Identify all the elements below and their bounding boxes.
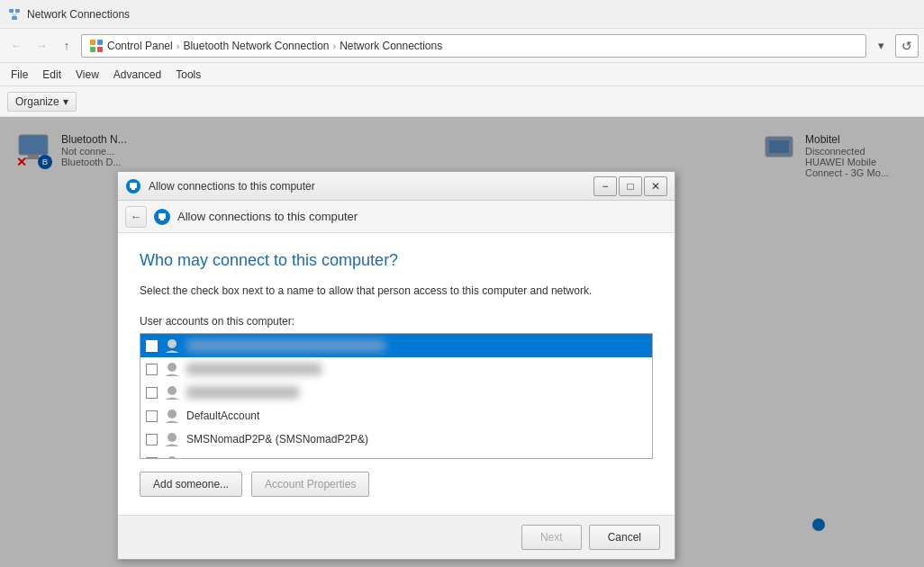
add-someone-button[interactable]: Add someone... (140, 472, 242, 497)
address-bar: ← → ↑ Control Panel › Bluetooth Network … (0, 29, 924, 63)
svg-point-25 (168, 456, 177, 459)
breadcrumb-network-internet[interactable]: Bluetooth Network Connection (183, 40, 329, 52)
svg-rect-0 (9, 9, 14, 13)
dialog-description: Select the check box next to a name to a… (140, 283, 653, 299)
user-checkbox-1[interactable] (146, 340, 158, 352)
control-panel-icon (89, 39, 104, 53)
next-button[interactable]: Next (521, 525, 582, 550)
user-list[interactable]: ██████████████████████████ ##p████_____█… (140, 333, 653, 459)
user-avatar-6 (163, 454, 181, 459)
svg-point-24 (168, 433, 177, 442)
window-title: Network Connections (27, 8, 130, 21)
breadcrumb-network-connections[interactable]: Network Connections (340, 40, 442, 52)
user-checkbox-5[interactable] (146, 434, 158, 446)
user-accounts-label: User accounts on this computer: (140, 315, 653, 328)
network-wizard-icon (153, 208, 171, 226)
user-avatar-5 (163, 430, 181, 448)
svg-point-20 (168, 339, 177, 348)
user-item-3[interactable]: ████████…xp……r) (140, 381, 652, 404)
svg-rect-1 (15, 9, 20, 13)
svg-rect-16 (131, 188, 135, 190)
svg-rect-5 (90, 40, 95, 45)
dialog-nav-icon (152, 207, 172, 227)
menu-view[interactable]: View (68, 67, 106, 83)
dialog-controls: − □ ✕ (593, 176, 667, 196)
cancel-button[interactable]: Cancel (589, 525, 660, 550)
svg-point-23 (168, 410, 177, 418)
svg-rect-8 (97, 47, 103, 52)
account-properties-button[interactable]: Account Properties (251, 472, 369, 497)
address-box[interactable]: Control Panel › Bluetooth Network Connec… (81, 34, 866, 58)
menu-advanced[interactable]: Advanced (106, 67, 168, 83)
dialog-back-button[interactable]: ← (125, 206, 147, 228)
user-checkbox-6[interactable] (146, 457, 158, 460)
user-item-4[interactable]: DefaultAccount (140, 404, 652, 428)
user-checkbox-3[interactable] (146, 387, 158, 399)
dialog-minimize-button[interactable]: − (593, 176, 617, 196)
dialog-footer: Next Cancel (118, 515, 675, 559)
content-area: ✕ B Bluetooth N... Not conne... Bluetoot… (0, 117, 924, 567)
dialog-title-text: Allow connections to this computer (149, 180, 315, 193)
svg-point-22 (168, 386, 177, 395)
user-checkbox-4[interactable] (146, 410, 158, 422)
address-dropdown-button[interactable]: ▾ (870, 35, 892, 57)
user-name-6: WDAGUtilityAccount (186, 456, 285, 459)
user-avatar-1 (163, 337, 181, 355)
dialog-nav: ← Allow connections to this computer (118, 201, 675, 233)
user-avatar-3 (163, 383, 181, 401)
user-item-6[interactable]: WDAGUtilityAccount (140, 451, 652, 459)
svg-rect-15 (130, 183, 137, 188)
breadcrumb-control-panel[interactable]: Control Panel (107, 40, 173, 52)
dialog-nav-title: Allow connections to this computer (177, 210, 358, 223)
svg-line-4 (14, 13, 18, 16)
forward-button[interactable]: → (31, 35, 52, 57)
user-name-3: ████████…xp……r) (186, 386, 299, 399)
network-connections-icon (7, 7, 22, 22)
user-avatar-4 (163, 407, 181, 425)
svg-rect-2 (12, 16, 17, 20)
user-item-1[interactable]: ██████████████████████████ (140, 334, 652, 357)
user-item-5[interactable]: SMSNomadP2P& (SMSNomadP2P&) (140, 428, 652, 451)
modal-overlay: Allow connections to this computer − □ ✕… (0, 117, 924, 567)
svg-rect-18 (159, 213, 166, 219)
menu-bar: File Edit View Advanced Tools (0, 63, 924, 86)
breadcrumb-sep-1: › (177, 40, 180, 51)
svg-point-21 (168, 363, 177, 372)
svg-line-3 (12, 13, 15, 16)
menu-file[interactable]: File (4, 67, 35, 83)
organize-label: Organize (15, 95, 59, 108)
dialog-content: Who may connect to this computer? Select… (118, 233, 675, 515)
user-name-1: ██████████████████████████ (186, 339, 385, 352)
allow-connections-dialog: Allow connections to this computer − □ ✕… (117, 171, 675, 560)
dialog-heading: Who may connect to this computer? (140, 251, 653, 270)
dialog-title-left: Allow connections to this computer (125, 178, 315, 194)
user-name-4: DefaultAccount (186, 410, 259, 422)
breadcrumb-sep-2: › (332, 40, 336, 51)
dialog-close-button[interactable]: ✕ (644, 176, 667, 196)
up-button[interactable]: ↑ (56, 35, 77, 57)
svg-rect-7 (90, 47, 95, 52)
user-name-5: SMSNomadP2P& (SMSNomadP2P&) (186, 433, 368, 446)
title-bar: Network Connections (0, 0, 924, 29)
svg-rect-6 (97, 40, 103, 45)
organize-button[interactable]: Organize ▾ (7, 92, 77, 112)
menu-edit[interactable]: Edit (35, 67, 68, 83)
dialog-maximize-button[interactable]: □ (619, 176, 642, 196)
user-item-2[interactable]: ##p████_____████# (140, 357, 652, 381)
back-button[interactable]: ← (5, 35, 27, 57)
refresh-button[interactable]: ↺ (895, 34, 919, 58)
dialog-title-bar: Allow connections to this computer − □ ✕ (118, 172, 675, 201)
dialog-icon (125, 178, 141, 194)
organize-arrow: ▾ (63, 95, 68, 108)
menu-tools[interactable]: Tools (168, 67, 208, 83)
user-name-2: ##p████_____████# (186, 363, 322, 375)
user-checkbox-2[interactable] (146, 364, 158, 375)
dialog-actions: Add someone... Account Properties (140, 472, 653, 497)
user-avatar-2 (163, 360, 181, 378)
svg-rect-19 (160, 219, 164, 220)
toolbar: Organize ▾ (0, 86, 924, 117)
